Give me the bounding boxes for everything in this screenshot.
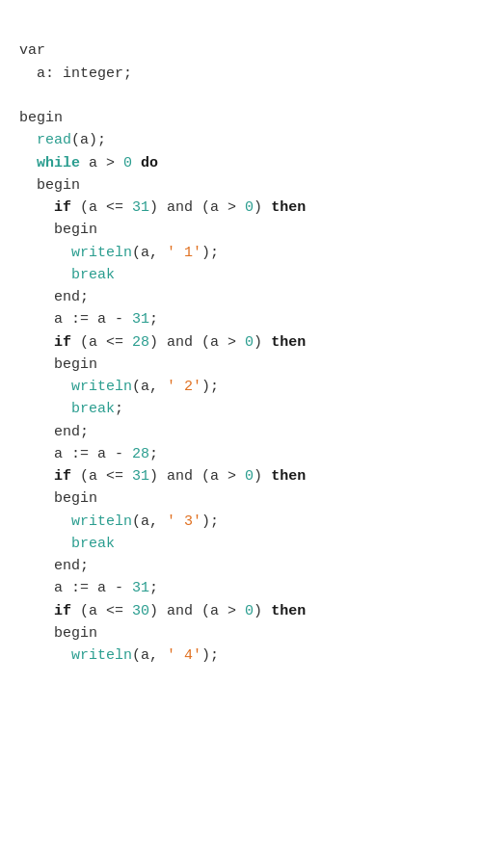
line-27: begin	[19, 625, 97, 642]
line-18: end;	[19, 424, 89, 440]
line-5: read(a);	[19, 132, 106, 148]
line-22: writeln(a, ' 3');	[19, 513, 219, 530]
line-7: begin	[19, 177, 80, 194]
line-12: end;	[19, 289, 89, 305]
line-13: a := a - 31;	[19, 311, 158, 328]
line-28: writeln(a, ' 4');	[19, 647, 219, 664]
code-editor: var a: integer; begin read(a); while a >…	[19, 17, 463, 667]
line-8: if (a <= 31) and (a > 0) then	[19, 199, 306, 216]
line-19: a := a - 28;	[19, 446, 158, 462]
line-14: if (a <= 28) and (a > 0) then	[19, 334, 306, 351]
line-21: begin	[19, 490, 97, 507]
line-4: begin	[19, 110, 63, 126]
line-26: if (a <= 30) and (a > 0) then	[19, 603, 306, 619]
line-15: begin	[19, 356, 97, 373]
line-6: while a > 0 do	[19, 155, 158, 171]
line-1: var	[19, 42, 45, 59]
line-23: break	[19, 536, 115, 552]
line-9: begin	[19, 222, 97, 238]
line-20: if (a <= 31) and (a > 0) then	[19, 468, 306, 485]
line-10: writeln(a, ' 1');	[19, 245, 219, 261]
line-25: a := a - 31;	[19, 580, 158, 596]
line-16: writeln(a, ' 2');	[19, 379, 219, 395]
line-11: break	[19, 267, 115, 283]
line-2: a: integer;	[19, 66, 132, 82]
line-17: break;	[19, 401, 123, 417]
line-24: end;	[19, 558, 89, 574]
